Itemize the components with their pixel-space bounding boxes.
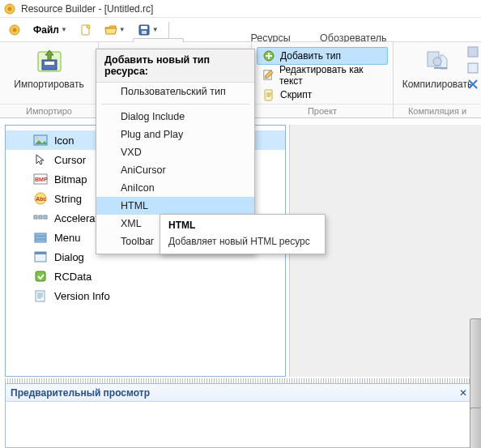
svg-rect-11 (45, 62, 54, 65)
svg-point-1 (8, 6, 12, 11)
html-tooltip: HTML Добавляет новый HTML ресурс (160, 214, 326, 254)
toolbar-separator (168, 22, 169, 38)
tree-item-label: Menu (54, 232, 81, 244)
svg-point-19 (36, 138, 39, 140)
script-button[interactable]: Скрипт (257, 86, 388, 104)
svg-rect-27 (35, 233, 46, 236)
add-type-button[interactable]: Добавить тип (257, 47, 388, 65)
ribbon-group-title: Импортиро (0, 104, 98, 117)
dropdown-item[interactable]: AniIcon (96, 179, 254, 197)
svg-rect-8 (142, 31, 147, 34)
app-icon (8, 23, 21, 36)
tree-item-label: Cursor (54, 154, 86, 166)
misc-icon-2[interactable] (466, 62, 479, 75)
close-icon[interactable]: ✕ (456, 387, 470, 399)
tree-item[interactable]: RCData (6, 267, 285, 286)
new-file-icon (79, 23, 92, 36)
svg-point-3 (13, 28, 17, 32)
svg-rect-24 (34, 215, 37, 219)
preview-panel: Предварительный просмотр ✕ (5, 383, 476, 448)
tree-item-label: String (54, 193, 82, 205)
drag-handle[interactable] (470, 407, 481, 448)
chevron-down-icon: ▼ (61, 26, 67, 33)
svg-rect-17 (468, 63, 478, 73)
compile-label: Компилировать (402, 79, 473, 90)
tree-item-label: Version Info (54, 290, 110, 302)
preview-body (6, 402, 475, 447)
svg-rect-31 (35, 252, 46, 254)
abc-icon: Abc (33, 192, 48, 205)
chevron-down-icon: ▼ (119, 26, 126, 33)
svg-point-15 (433, 58, 441, 66)
dropdown-item[interactable]: AniCursor (96, 161, 254, 179)
window-title: Resource Builder - [Untitled.rc] (21, 3, 153, 15)
dropdown-item[interactable]: Plug and Play (96, 126, 254, 143)
svg-rect-29 (35, 240, 46, 242)
ribbon-group-compile: Компилировать Компиляция и (394, 42, 481, 117)
compile-button[interactable]: Компилировать (398, 45, 476, 90)
image-icon (33, 134, 48, 147)
tree-item-label: Dialog (54, 251, 84, 263)
svg-text:Abc: Abc (36, 196, 46, 202)
save-button[interactable]: ▼ (133, 20, 164, 40)
tree-item[interactable]: Version Info (6, 286, 285, 305)
svg-point-5 (87, 25, 90, 28)
app-menu-button[interactable] (3, 20, 26, 40)
ribbon-group-title: Компиляция и (394, 104, 481, 117)
dropdown-item[interactable]: Dialog Include (96, 108, 254, 126)
version-icon (33, 289, 48, 302)
tree-item-label: RCData (54, 271, 92, 283)
dropdown-separator (101, 104, 249, 105)
misc-icon-3[interactable] (466, 78, 479, 91)
svg-rect-16 (468, 47, 478, 57)
tooltip-title: HTML (168, 220, 317, 231)
chevron-down-icon: ▼ (152, 26, 159, 33)
ribbon-group-project: Добавить тип Редактировать как текст Скр… (252, 42, 394, 117)
tree-item-label: Bitmap (54, 173, 87, 186)
rcdata-icon (33, 270, 48, 283)
import-label: Импортировать (14, 79, 83, 90)
import-icon (35, 47, 64, 76)
compile-icon (423, 47, 452, 76)
dropdown-item[interactable]: Пользовательский тип (96, 83, 254, 100)
svg-rect-26 (44, 215, 47, 219)
accel-icon (33, 211, 48, 224)
misc-icon-1[interactable] (466, 45, 479, 58)
add-type-label: Добавить тип (280, 50, 341, 62)
tree-item-label: Icon (54, 134, 74, 147)
edit-as-text-label: Редактировать как текст (279, 64, 382, 87)
open-button[interactable]: ▼ (100, 20, 130, 40)
edit-text-icon (262, 69, 275, 82)
app-icon (3, 2, 16, 15)
svg-rect-25 (39, 215, 42, 219)
script-icon (262, 88, 275, 101)
dropdown-header: Добавить новый тип ресурса: (96, 49, 254, 83)
dropdown-item[interactable]: VXD (96, 143, 254, 161)
title-bar: Resource Builder - [Untitled.rc] (0, 0, 481, 18)
dialog-icon (33, 250, 48, 263)
file-menu-label: Файл (33, 24, 59, 36)
folder-open-icon (104, 23, 117, 36)
menu-icon (33, 231, 48, 244)
plus-icon (262, 49, 275, 62)
save-icon (138, 23, 151, 36)
svg-text:BMP: BMP (35, 177, 48, 182)
new-button[interactable] (74, 20, 97, 40)
cursor-icon (33, 153, 48, 166)
drag-handle[interactable] (470, 318, 481, 416)
ribbon-group-title: Проект (252, 104, 393, 117)
tooltip-desc: Добавляет новый HTML ресурс (168, 236, 317, 247)
main-toolbar: Файл ▼ ▼ ▼ Проект Ресурсы Ресурсы .NET О… (0, 18, 481, 42)
import-button[interactable]: Импортировать (5, 45, 94, 90)
file-menu-button[interactable]: Файл ▼ (28, 20, 72, 40)
edit-as-text-button[interactable]: Редактировать как текст (257, 66, 388, 84)
bmp-icon: BMP (33, 173, 48, 186)
preview-title: Предварительный просмотр (11, 387, 150, 399)
ribbon-group-import: Импортировать Импортиро (0, 42, 99, 117)
dropdown-item[interactable]: HTML (96, 197, 254, 215)
svg-rect-28 (35, 237, 46, 239)
script-label: Скрипт (280, 89, 312, 100)
svg-rect-7 (141, 26, 147, 29)
